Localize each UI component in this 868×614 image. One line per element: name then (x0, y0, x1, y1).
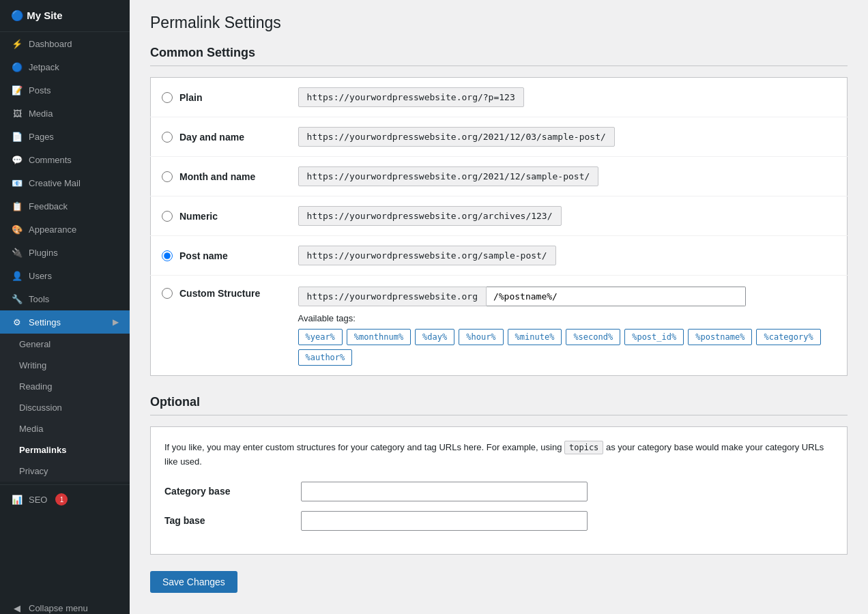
main-content: Permalink Settings Common Settings Plain… (130, 0, 868, 614)
sidebar-item-pages[interactable]: 📄 Pages (0, 125, 130, 148)
day-and-name-url: https://yourwordpresswebsite.org/2021/12… (298, 127, 615, 147)
sidebar-item-permalinks[interactable]: Permalinks (0, 439, 130, 460)
category-base-input[interactable] (301, 482, 588, 501)
sidebar-item-plugins[interactable]: 🔌 Plugins (0, 241, 130, 264)
tag-post-id[interactable]: %post_id% (624, 329, 684, 345)
month-and-name-radio[interactable] (162, 171, 173, 182)
optional-section: If you like, you may enter custom struct… (150, 426, 848, 555)
sidebar-item-feedback[interactable]: 📋 Feedback (0, 194, 130, 218)
available-tags-section: Available tags: %year% %monthnum% %day% … (298, 313, 837, 366)
available-tags-label: Available tags: (298, 313, 837, 323)
custom-structure-base-url: https://yourwordpresswebsite.org (298, 287, 487, 306)
sidebar-item-discussion[interactable]: Discussion (0, 397, 130, 418)
tools-icon: 🔧 (11, 293, 23, 305)
sidebar-item-posts[interactable]: 📝 Posts (0, 78, 130, 102)
sidebar-item-collapse[interactable]: ◀ Collapse menu (0, 597, 130, 614)
optional-code-example: topics (564, 441, 603, 454)
table-row-custom-structure: Custom Structure https://yourwordpresswe… (151, 276, 848, 376)
common-settings-heading: Common Settings (150, 46, 848, 66)
site-logo: 🔵 My Site (0, 0, 130, 32)
custom-structure-label[interactable]: Custom Structure (162, 288, 276, 299)
pages-icon: 📄 (11, 130, 23, 143)
sidebar-item-media-sub[interactable]: Media (0, 418, 130, 439)
post-name-radio[interactable] (162, 250, 173, 261)
jetpack-icon: 🔵 (11, 61, 23, 73)
sidebar-item-tools[interactable]: 🔧 Tools (0, 287, 130, 310)
table-row-plain: Plain https://yourwordpresswebsite.org/?… (151, 78, 848, 117)
tag-hour[interactable]: %hour% (459, 329, 503, 345)
settings-arrow-icon: ▶ (113, 317, 119, 327)
sidebar-item-jetpack[interactable]: 🔵 Jetpack (0, 55, 130, 78)
post-name-label[interactable]: Post name (162, 250, 276, 261)
sidebar-item-settings[interactable]: ⚙ Settings ▶ (0, 310, 130, 334)
tag-base-row: Tag base (164, 511, 833, 531)
tag-day[interactable]: %day% (415, 329, 454, 345)
month-and-name-label[interactable]: Month and name (162, 171, 276, 182)
numeric-url: https://yourwordpresswebsite.org/archive… (298, 206, 562, 226)
comments-icon: 💬 (11, 154, 23, 166)
tag-second[interactable]: %second% (566, 329, 620, 345)
sidebar-item-appearance[interactable]: 🎨 Appearance (0, 218, 130, 241)
tag-author[interactable]: %author% (298, 349, 353, 366)
plain-radio[interactable] (162, 92, 173, 103)
sidebar-item-privacy[interactable]: Privacy (0, 460, 130, 482)
category-base-label: Category base (164, 486, 301, 497)
day-and-name-radio[interactable] (162, 132, 173, 143)
tag-minute[interactable]: %minute% (508, 329, 562, 345)
settings-submenu: General Writing Reading Discussion Media… (0, 334, 130, 482)
plugins-icon: 🔌 (11, 246, 23, 259)
page-title: Permalink Settings (150, 14, 848, 32)
custom-structure-input[interactable] (487, 287, 746, 306)
month-and-name-url: https://yourwordpresswebsite.org/2021/12… (298, 166, 599, 186)
sidebar-item-writing[interactable]: Writing (0, 355, 130, 376)
collapse-icon: ◀ (11, 602, 23, 614)
numeric-label[interactable]: Numeric (162, 211, 276, 222)
tag-base-input[interactable] (301, 511, 588, 531)
custom-structure-inputs: https://yourwordpresswebsite.org (298, 287, 837, 306)
category-base-row: Category base (164, 482, 833, 501)
sidebar-item-users[interactable]: 👤 Users (0, 264, 130, 287)
sidebar-item-reading[interactable]: Reading (0, 376, 130, 397)
sidebar-item-comments[interactable]: 💬 Comments (0, 148, 130, 171)
optional-heading: Optional (150, 395, 848, 415)
tag-category[interactable]: %category% (756, 329, 820, 345)
posts-icon: 📝 (11, 84, 23, 96)
dashboard-icon: ⚡ (11, 38, 23, 50)
settings-icon: ⚙ (11, 316, 23, 328)
post-name-url: https://yourwordpresswebsite.org/sample-… (298, 246, 556, 265)
sidebar-item-seo[interactable]: 📊 SEO 1 (0, 488, 130, 511)
day-and-name-label[interactable]: Day and name (162, 132, 276, 143)
tag-monthnum[interactable]: %monthnum% (347, 329, 411, 345)
custom-structure-radio[interactable] (162, 288, 173, 299)
sidebar-item-general[interactable]: General (0, 334, 130, 355)
plain-url: https://yourwordpresswebsite.org/?p=123 (298, 87, 524, 107)
tags-container: %year% %monthnum% %day% %hour% %minute% … (298, 329, 837, 366)
creative-mail-icon: 📧 (11, 177, 23, 189)
sidebar: 🔵 My Site ⚡ Dashboard 🔵 Jetpack 📝 Posts … (0, 0, 130, 614)
table-row-day-and-name: Day and name https://yourwordpresswebsit… (151, 117, 848, 157)
sidebar-divider (0, 484, 130, 485)
appearance-icon: 🎨 (11, 223, 23, 235)
permalink-options-table: Plain https://yourwordpresswebsite.org/?… (150, 77, 848, 376)
users-icon: 👤 (11, 269, 23, 282)
seo-icon: 📊 (11, 493, 23, 506)
tag-year[interactable]: %year% (298, 329, 343, 345)
numeric-radio[interactable] (162, 211, 173, 222)
sidebar-item-media[interactable]: 🖼 Media (0, 102, 130, 125)
optional-description: If you like, you may enter custom struct… (164, 441, 833, 469)
tag-base-label: Tag base (164, 515, 301, 526)
sidebar-item-creative-mail[interactable]: 📧 Creative Mail (0, 171, 130, 194)
sidebar-item-dashboard[interactable]: ⚡ Dashboard (0, 32, 130, 55)
table-row-month-and-name: Month and name https://yourwordpresswebs… (151, 157, 848, 196)
save-changes-button[interactable]: Save Changes (150, 571, 237, 593)
table-row-numeric: Numeric https://yourwordpresswebsite.org… (151, 196, 848, 236)
feedback-icon: 📋 (11, 200, 23, 212)
table-row-post-name: Post name https://yourwordpresswebsite.o… (151, 236, 848, 276)
media-icon: 🖼 (11, 107, 23, 119)
plain-label[interactable]: Plain (162, 92, 276, 103)
tag-postname[interactable]: %postname% (688, 329, 752, 345)
